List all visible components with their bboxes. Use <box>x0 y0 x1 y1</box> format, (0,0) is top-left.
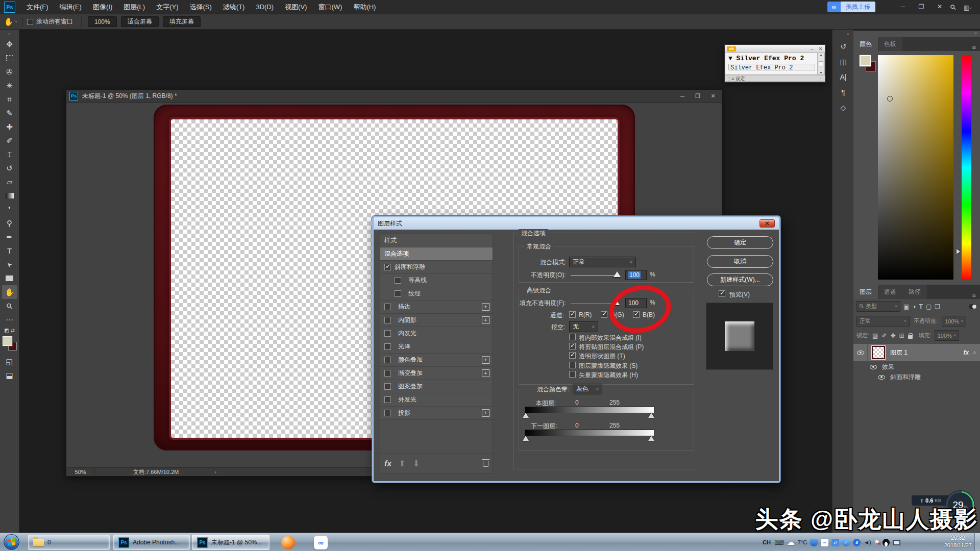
delete-effect-icon[interactable] <box>483 461 488 467</box>
tray-clock[interactable]: 20:32 2018/11/27 <box>944 534 972 549</box>
crop-tool[interactable]: ⌗ <box>2 92 17 106</box>
style-item-outer-glow[interactable]: 外发光 <box>380 393 493 407</box>
menu-type[interactable]: 文字(Y) <box>151 1 183 14</box>
add-instance-icon[interactable]: + <box>482 409 489 417</box>
move-tool[interactable]: ✥ <box>2 37 17 51</box>
menu-image[interactable]: 图像(I) <box>88 1 117 14</box>
fit-screen-button[interactable]: 适合屏幕 <box>121 16 159 27</box>
minimize-button[interactable]: ─ <box>895 1 911 12</box>
style-item-bevel-emboss[interactable]: 斜面和浮雕 <box>380 261 493 274</box>
layer-blend-mode-dropdown[interactable]: 正常˅ <box>856 316 910 327</box>
more-tools[interactable]: ⋯ <box>2 313 17 327</box>
checkbox-icon[interactable] <box>384 317 391 323</box>
filter-shape-icon[interactable]: ▢ <box>926 303 932 310</box>
clone-stamp-tool[interactable]: ⌶ <box>2 147 17 161</box>
next-layer-gradient[interactable] <box>525 430 654 436</box>
netdisk-taskbar-icon[interactable]: ∞ <box>314 536 328 549</box>
start-button[interactable] <box>4 534 19 550</box>
brush-tool[interactable]: ✐ <box>2 134 17 147</box>
character-panel-icon[interactable]: A| <box>832 69 854 85</box>
checkbox-icon[interactable] <box>384 370 391 377</box>
hue-slider[interactable] <box>962 55 971 280</box>
collapse-color-panel-icon[interactable]: » <box>853 31 980 37</box>
checkbox-icon[interactable] <box>384 396 391 403</box>
taskbar-document-button[interactable]: Ps 未标题-1 @ 50%... <box>192 535 270 550</box>
dialog-title-bar[interactable]: 图层样式 ✕ <box>374 217 779 230</box>
blend-interior-checkbox[interactable] <box>569 334 576 340</box>
menu-filter[interactable]: 滤镜(T) <box>218 1 250 14</box>
keyboard-icon[interactable]: ⌨ <box>774 539 784 546</box>
pen-tool[interactable]: ✒ <box>2 230 17 244</box>
ok-button[interactable]: 确定 <box>707 236 773 249</box>
knockout-dropdown[interactable]: 无˅ <box>569 321 598 332</box>
style-item-gradient-overlay[interactable]: 渐变叠加+ <box>380 367 493 380</box>
menu-edit[interactable]: 编辑(E) <box>55 1 87 14</box>
default-colors-icon[interactable]: ◩ ⇄ <box>4 328 15 333</box>
menu-help[interactable]: 帮助(H) <box>348 1 381 14</box>
new-style-button[interactable]: 新建样式(W)... <box>707 273 773 286</box>
add-instance-icon[interactable]: + <box>482 303 489 311</box>
layer-fill-dropdown[interactable]: 100%˅ <box>935 330 959 341</box>
network-icon[interactable] <box>893 540 900 545</box>
history-brush-tool[interactable]: ↺ <box>2 161 17 175</box>
layer-name[interactable]: 图层 1 <box>890 348 908 357</box>
cancel-button[interactable]: 取消 <box>707 255 773 268</box>
checkbox-icon[interactable] <box>395 277 401 284</box>
dodge-tool[interactable]: ⚲ <box>2 216 17 230</box>
layer-row-selected[interactable]: 图层 1 fx ˄ <box>853 344 980 361</box>
doc-minimize-button[interactable]: ─ <box>675 91 690 101</box>
add-instance-icon[interactable]: + <box>482 356 489 364</box>
blur-tool[interactable]: ❜ <box>2 203 17 216</box>
next-layer-left-handle[interactable] <box>523 436 529 441</box>
next-layer-right-handle[interactable] <box>648 436 654 441</box>
checkbox-icon[interactable] <box>384 330 391 337</box>
preview-checkbox[interactable] <box>719 290 725 297</box>
style-item-color-overlay[interactable]: 颜色叠加+ <box>380 354 493 367</box>
channel-g-checkbox[interactable] <box>601 311 607 318</box>
style-item-styles[interactable]: 样式 <box>380 234 493 247</box>
layer-mask-hides-checkbox[interactable] <box>569 362 576 368</box>
sogou-icon[interactable]: S <box>853 539 861 546</box>
browser-icon[interactable] <box>281 536 295 549</box>
close-button[interactable]: ✕ <box>932 1 948 12</box>
doc-close-button[interactable]: ✕ <box>706 91 720 101</box>
nik-close-icon[interactable]: ✕ <box>819 46 823 52</box>
color-picker-cursor[interactable] <box>887 96 893 102</box>
nik-minimize-icon[interactable]: – <box>811 46 814 52</box>
style-item-texture[interactable]: 纹理 <box>380 287 493 300</box>
style-item-contour[interactable]: 等高线 <box>380 274 493 287</box>
fill-screen-button[interactable]: 填充屏幕 <box>163 16 201 27</box>
lock-artboard-icon[interactable]: ⊞ <box>899 332 904 339</box>
volume-icon[interactable]: ◄) <box>864 539 871 545</box>
menu-view[interactable]: 视图(V) <box>280 1 312 14</box>
this-layer-left-handle[interactable] <box>523 413 529 418</box>
style-item-pattern-overlay[interactable]: 图案叠加 <box>380 380 493 393</box>
document-title-bar[interactable]: Ps 未标题-1 @ 50% (图层 1, RGB/8) * ─ ❐ ✕ <box>66 90 722 103</box>
eyedropper-tool[interactable]: ✎ <box>2 106 17 120</box>
filter-adjustment-icon[interactable]: ◑ <box>912 303 916 310</box>
show-desktop-button[interactable] <box>974 533 980 551</box>
nik-settings-icon[interactable]: ⋮≡ <box>727 76 734 81</box>
3d-panel-icon[interactable]: ◇ <box>832 100 854 115</box>
checkbox-icon[interactable] <box>384 410 391 416</box>
layer-filter-type-dropdown[interactable]: ⚲类型˅ <box>856 301 900 312</box>
foreground-color-swatch[interactable] <box>3 336 12 346</box>
vector-mask-hides-checkbox[interactable] <box>569 371 576 378</box>
blend-if-dropdown[interactable]: 灰色˅ <box>573 384 602 394</box>
status-chevron-icon[interactable]: › <box>214 469 216 475</box>
style-item-blending-options[interactable]: 混合选项 <box>380 247 493 261</box>
scroll-up-icon[interactable]: ▲ <box>819 53 823 57</box>
scroll-down-icon[interactable]: ▼ <box>819 71 823 74</box>
marquee-tool[interactable] <box>2 51 17 65</box>
netdisk-tray-icon[interactable]: ∞ <box>821 539 828 546</box>
checkbox-icon[interactable] <box>395 290 401 297</box>
menu-3d[interactable]: 3D(D) <box>251 1 279 13</box>
taskbar-photoshop-button[interactable]: Ps Adobe Photosh... <box>113 535 190 550</box>
lasso-tool[interactable]: ✇ <box>2 65 17 79</box>
nik-scrollbar[interactable]: ▲▼ <box>817 53 824 74</box>
opacity-value-field[interactable]: 100 <box>625 270 647 280</box>
checkbox-icon[interactable] <box>384 304 391 310</box>
shape-tool[interactable] <box>2 271 17 285</box>
channel-r-checkbox[interactable] <box>569 311 576 318</box>
eraser-tool[interactable]: ▱ <box>2 175 17 189</box>
